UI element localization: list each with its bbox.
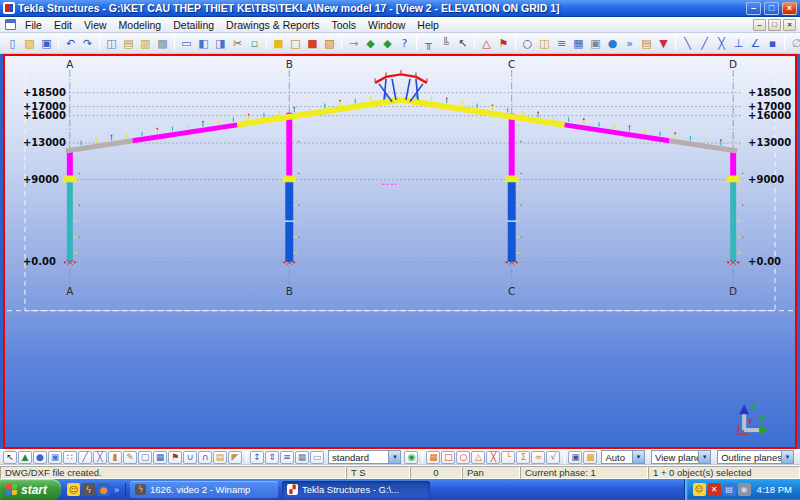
snap-mode-combo[interactable]: Auto ▼ <box>601 450 645 464</box>
snap-intersection-icon[interactable]: ╳ <box>713 35 730 52</box>
messenger-tray-icon[interactable]: ☺ <box>693 483 706 496</box>
weld-cap-icon[interactable]: ∩ <box>198 451 212 464</box>
task-tekla[interactable]: ▞ Tekla Structures - G:\... <box>282 481 430 498</box>
menu-tools[interactable]: Tools <box>325 19 362 31</box>
order-updown2-icon[interactable]: ⇕ <box>265 451 279 464</box>
phase-wheel-icon[interactable]: ◉ <box>404 451 418 464</box>
fence-corner-icon[interactable]: ╚ <box>437 35 454 52</box>
flag-icon[interactable]: ⚑ <box>495 35 512 52</box>
select-grid-icon[interactable]: ∷ <box>63 451 77 464</box>
mdi-minimize-button[interactable]: – <box>753 19 766 31</box>
save-icon[interactable]: ▣ <box>38 35 55 52</box>
snap-sigma-icon[interactable]: Σ <box>516 451 530 464</box>
work-plane-combo[interactable]: View plane ▼ <box>651 450 711 464</box>
snapshot-icon[interactable]: ▣ <box>587 35 604 52</box>
minimize-button[interactable]: – <box>746 2 761 15</box>
menu-window[interactable]: Window <box>362 19 411 31</box>
open-folder-icon[interactable]: ▧ <box>21 35 38 52</box>
paste-alt-icon[interactable]: ▥ <box>137 35 154 52</box>
snap-wave-icon[interactable]: ≈ <box>531 451 545 464</box>
view-2-elevation-viewport[interactable]: AABBCCDD +18500+18500+17000+17000+16000+… <box>3 54 797 449</box>
view-window-icon[interactable] <box>5 19 16 30</box>
zoom-tool-icon[interactable]: ○ <box>519 35 536 52</box>
plane-type-combo[interactable]: Outline planes ▼ <box>717 450 794 464</box>
wand-x-icon[interactable]: ╳ <box>93 451 107 464</box>
export-icon[interactable]: ▤ <box>638 35 655 52</box>
quick-launch-overflow[interactable]: » <box>112 485 121 495</box>
menu-modeling[interactable]: Modeling <box>113 19 168 31</box>
redo-icon[interactable]: ↷ <box>79 35 96 52</box>
table-icon[interactable]: ▦ <box>570 35 587 52</box>
winamp-icon[interactable]: ϟ <box>82 483 95 496</box>
order-updown-icon[interactable]: ↕ <box>250 451 264 464</box>
select-area-icon[interactable]: ▢ <box>138 451 152 464</box>
snap-check-icon[interactable]: √ <box>546 451 560 464</box>
part-red-icon[interactable]: ■ <box>304 35 321 52</box>
window-new-icon[interactable]: ▭ <box>178 35 195 52</box>
snap-triangle-icon[interactable]: △ <box>471 451 485 464</box>
network-icon[interactable]: ▤ <box>723 483 736 496</box>
order-flat-icon[interactable]: ▭ <box>310 451 324 464</box>
copy-objects-icon[interactable]: ◫ <box>536 35 553 52</box>
weld-u-icon[interactable]: ∪ <box>183 451 197 464</box>
chevron-down-icon[interactable]: ▼ <box>781 451 793 463</box>
elevation-view-canvas[interactable]: AABBCCDD +18500+18500+17000+17000+16000+… <box>5 56 795 447</box>
chevron-down-icon[interactable]: ▼ <box>388 451 400 463</box>
world-icon[interactable]: ● <box>604 35 621 52</box>
selection-filter-combo[interactable]: standard ▼ <box>328 450 401 464</box>
snap-midpoint-icon[interactable]: ╱ <box>696 35 713 52</box>
component-icon[interactable]: ◆ <box>362 35 379 52</box>
snap-circle-icon[interactable]: ○ <box>456 451 470 464</box>
picture-orange-icon[interactable]: ▩ <box>583 451 597 464</box>
snap-off-icon[interactable]: ∅ <box>788 35 800 52</box>
layout-icon[interactable]: ▤ <box>213 451 227 464</box>
part-folder-icon[interactable]: ▧ <box>321 35 338 52</box>
picture-blue-icon[interactable]: ▣ <box>568 451 582 464</box>
cut-icon[interactable]: ✂ <box>229 35 246 52</box>
snap-angle-icon[interactable]: ∠ <box>747 35 764 52</box>
select-window-icon[interactable]: ▣ <box>48 451 62 464</box>
clipboard-icon[interactable]: ▩ <box>154 35 171 52</box>
wand-icon[interactable]: ╱ <box>78 451 92 464</box>
task-winamp[interactable]: ϟ 1626. video 2 - Winamp <box>130 481 278 498</box>
send-icon[interactable]: → <box>345 35 362 52</box>
flag-icon[interactable]: ⚑ <box>168 451 182 464</box>
part-open-icon[interactable]: □ <box>287 35 304 52</box>
mdi-restore-button[interactable]: □ <box>768 19 781 31</box>
measure-icon[interactable]: △ <box>478 35 495 52</box>
paste-icon[interactable]: ▤ <box>120 35 137 52</box>
fast-forward-icon[interactable]: » <box>621 35 638 52</box>
select-region-icon[interactable]: ▫ <box>246 35 263 52</box>
list-icon[interactable]: ≡ <box>553 35 570 52</box>
window-split-icon[interactable]: ◧ <box>195 35 212 52</box>
select-pointer-icon[interactable]: ↖ <box>3 451 17 464</box>
select-all-icon[interactable]: ▦ <box>153 451 167 464</box>
order-grid-icon[interactable]: ▦ <box>295 451 309 464</box>
part-box-icon[interactable]: ■ <box>270 35 287 52</box>
snap-grid-icon[interactable]: ▦ <box>426 451 440 464</box>
restore-button[interactable]: □ <box>764 2 779 15</box>
chevron-down-icon[interactable]: ▼ <box>632 451 644 463</box>
fence-top-icon[interactable]: ╥ <box>420 35 437 52</box>
start-button[interactable]: start <box>0 479 61 500</box>
sound-icon[interactable]: ◉ <box>738 483 751 496</box>
mdi-close-button[interactable]: × <box>783 19 796 31</box>
menu-edit[interactable]: Edit <box>48 19 78 31</box>
select-parts-icon[interactable]: ▲ <box>18 451 32 464</box>
select-point-icon[interactable]: ● <box>33 451 47 464</box>
corner-tool-icon[interactable]: ◤ <box>228 451 242 464</box>
chevron-down-icon[interactable]: ▼ <box>698 451 710 463</box>
context-help-icon[interactable]: ? <box>396 35 413 52</box>
menu-help[interactable]: Help <box>411 19 445 31</box>
paint-icon[interactable]: ▼ <box>655 35 672 52</box>
order-list-icon[interactable]: ≡ <box>280 451 294 464</box>
menu-file[interactable]: File <box>19 19 48 31</box>
snap-perpendicular-icon[interactable]: ⊥ <box>730 35 747 52</box>
copy-icon[interactable]: ◫ <box>103 35 120 52</box>
snap-corner-icon[interactable]: └ <box>501 451 515 464</box>
snap-cross-icon[interactable]: ╳ <box>486 451 500 464</box>
pen-icon[interactable]: ✎ <box>123 451 137 464</box>
pointer-nw-icon[interactable]: ↖ <box>454 35 471 52</box>
close-button[interactable]: × <box>782 2 797 15</box>
firefox-icon[interactable]: ● <box>97 483 110 496</box>
